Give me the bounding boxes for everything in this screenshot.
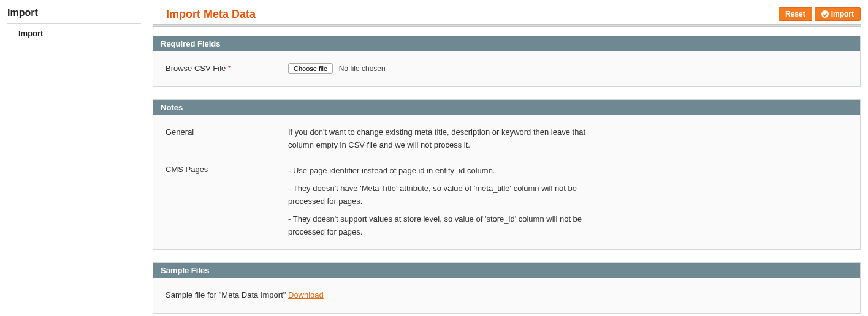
notes-cms-label: CMS Pages <box>166 164 288 238</box>
page-title: Import Meta Data <box>166 8 256 21</box>
required-asterisk: * <box>228 64 231 73</box>
reset-button-label: Reset <box>785 10 805 18</box>
section-sample-files: Sample Files Sample file for "Meta Data … <box>153 262 861 314</box>
sidebar-submenu: Import <box>7 24 141 43</box>
section-required-fields: Required Fields Browse CSV File * Choose… <box>153 36 861 87</box>
section-header-sample-files: Sample Files <box>153 263 860 278</box>
browse-csv-label-text: Browse CSV File <box>166 64 226 73</box>
download-link[interactable]: Download <box>288 290 324 299</box>
browse-csv-label: Browse CSV File * <box>166 62 288 75</box>
cms-bullet-3: - They doesn't support values at store l… <box>288 213 607 239</box>
section-header-required-fields: Required Fields <box>153 36 860 51</box>
field-browse-csv: Browse CSV File * Choose file No file ch… <box>153 59 860 79</box>
browse-csv-value: Choose file No file chosen <box>288 62 607 75</box>
no-file-chosen-text: No file chosen <box>339 64 386 73</box>
cms-bullet-1: - Use page identifier instead of page id… <box>288 165 607 178</box>
reset-button[interactable]: Reset <box>779 7 812 21</box>
notes-general-row: General If you don't want to change exis… <box>153 122 860 156</box>
sample-file-row: Sample file for "Meta Data Import" Downl… <box>153 285 860 306</box>
sidebar-title: Import <box>7 7 141 24</box>
main-content: Import Meta Data Reset Import Required F… <box>153 0 868 316</box>
page-header: Import Meta Data Reset Import <box>153 7 861 24</box>
notes-cms-row: CMS Pages - Use page identifier instead … <box>153 160 860 242</box>
vertical-divider <box>145 7 145 316</box>
notes-general-label: General <box>166 126 288 152</box>
choose-file-button[interactable]: Choose file <box>288 63 333 74</box>
notes-cms-value: - Use page identifier instead of page id… <box>288 164 607 238</box>
sidebar-item-import[interactable]: Import <box>7 24 141 43</box>
sidebar: Import Import <box>0 0 141 316</box>
check-circle-icon <box>821 10 829 18</box>
section-notes: Notes General If you don't want to chang… <box>153 99 861 250</box>
import-button[interactable]: Import <box>815 7 861 21</box>
header-divider <box>153 24 861 27</box>
section-header-notes: Notes <box>153 100 860 115</box>
notes-general-text: If you don't want to change existing met… <box>288 126 607 152</box>
cms-bullet-2: - They doesn't have 'Meta Title' attribu… <box>288 182 607 208</box>
import-button-label: Import <box>831 10 854 18</box>
sample-file-label: Sample file for "Meta Data Import" <box>166 289 288 302</box>
